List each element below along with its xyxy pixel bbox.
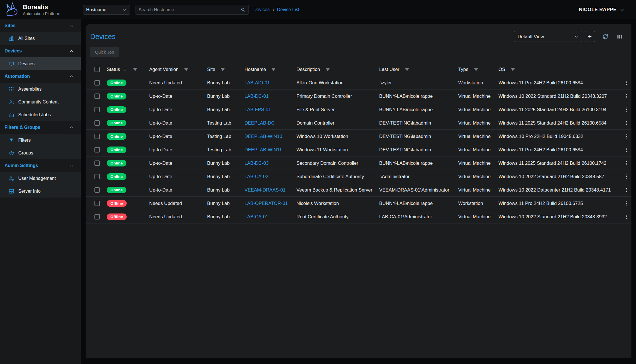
filter-icon[interactable] — [325, 67, 330, 72]
os-cell: Windows 10 Pro 22H2 Build 19045.6332 — [498, 134, 622, 139]
column-header-site[interactable]: Site — [207, 67, 245, 72]
filter-icon[interactable] — [133, 67, 138, 72]
sidebar-section-admin-settings[interactable]: Admin Settings — [0, 159, 81, 172]
user-menu[interactable]: NICOLE RAPPE — [579, 7, 625, 13]
row-menu-button[interactable] — [624, 120, 630, 126]
sidebar-item-devices[interactable]: Devices — [0, 57, 81, 70]
sidebar-item-assemblies[interactable]: Assemblies — [0, 83, 81, 95]
row-menu-button[interactable] — [624, 160, 630, 166]
site-cell: Testing Lab — [207, 134, 245, 139]
sidebar-item-community-content[interactable]: Community Content — [0, 95, 81, 108]
sidebar-item-filters[interactable]: Filters — [0, 134, 81, 147]
hostname-link[interactable]: LAB-DC-03 — [245, 160, 268, 166]
status-badge: Online — [107, 173, 126, 180]
hostname-link[interactable]: LAB-CA-01 — [245, 214, 268, 219]
row-checkbox[interactable] — [94, 160, 100, 166]
search-icon[interactable] — [241, 7, 246, 12]
view-dropdown[interactable]: Default View — [514, 31, 582, 42]
row-checkbox[interactable] — [94, 214, 100, 219]
sidebar-item-all-sites[interactable]: All Sites — [0, 32, 81, 45]
hostname-link[interactable]: LAB-CA-02 — [245, 174, 268, 179]
hostname-link[interactable]: VEEAM-DRAAS-01 — [245, 187, 286, 192]
refresh-icon[interactable] — [602, 33, 609, 40]
row-menu-button[interactable] — [624, 133, 630, 139]
site-cell: Bunny Lab — [207, 187, 245, 193]
table-row: OnlineUp-to-DateTesting LabDEEPLAB-WIN11… — [86, 143, 631, 156]
sidebar-section-automation[interactable]: Automation — [0, 70, 81, 83]
search-input[interactable] — [139, 7, 241, 12]
filter-icon[interactable] — [184, 67, 189, 72]
table-row: OnlineNeeds UpdatedBunny LabLAB-AIO-01Al… — [86, 76, 631, 90]
section-label: Sites — [5, 23, 15, 28]
search-field-dropdown[interactable]: Hostname — [83, 5, 130, 15]
filter-icon[interactable] — [510, 67, 515, 72]
columns-icon[interactable] — [616, 33, 623, 40]
filter-icon[interactable] — [271, 67, 276, 72]
column-label: OS — [498, 67, 505, 72]
column-header-agent-version[interactable]: Agent Version — [149, 67, 207, 72]
row-checkbox[interactable] — [94, 134, 100, 139]
row-menu-button[interactable] — [624, 214, 630, 220]
add-view-button[interactable]: + — [585, 31, 595, 42]
chevron-down-icon — [122, 7, 127, 12]
quick-job-button[interactable]: Quick Job — [90, 47, 119, 57]
description-cell: Domain Controller — [296, 120, 379, 126]
breadcrumb-device-list[interactable]: Device List — [277, 7, 299, 12]
os-cell: Windows 11 2025 Standard 24H2 Build 2610… — [498, 107, 622, 112]
filter-icon[interactable] — [474, 67, 478, 72]
hostname-link[interactable]: DEEPLAB-WIN11 — [245, 147, 282, 152]
status-badge: Online — [107, 120, 126, 126]
column-header-hostname[interactable]: Hostname — [245, 67, 296, 72]
row-checkbox[interactable] — [94, 187, 100, 193]
row-checkbox[interactable] — [94, 201, 100, 206]
app-logo-area: Borealis Automation Platform — [0, 1, 81, 18]
row-checkbox[interactable] — [94, 93, 100, 99]
row-checkbox[interactable] — [94, 107, 100, 112]
sidebar-item-groups[interactable]: Groups — [0, 147, 81, 159]
site-cell: Bunny Lab — [207, 107, 245, 112]
row-checkbox[interactable] — [94, 174, 100, 179]
type-cell: Virtual Machine — [458, 147, 498, 152]
sidebar-section-sites[interactable]: Sites — [0, 19, 81, 32]
site-cell: Bunny Lab — [207, 214, 245, 219]
site-cell: Testing Lab — [207, 120, 245, 126]
column-header-status[interactable]: Status — [107, 67, 149, 72]
last-user-cell: DEV-TESTING\labadmin — [379, 147, 458, 152]
row-menu-button[interactable] — [624, 187, 630, 193]
last-user-cell: .\zyler — [379, 80, 458, 86]
column-header-type[interactable]: Type — [458, 67, 498, 72]
search-field-dropdown-value: Hostname — [86, 7, 106, 12]
sidebar-section-devices[interactable]: Devices — [0, 45, 81, 57]
filter-icon[interactable] — [220, 67, 225, 72]
sidebar-item-label: Filters — [18, 138, 31, 143]
row-menu-button[interactable] — [624, 200, 630, 206]
row-menu-button[interactable] — [624, 80, 630, 86]
hostname-link[interactable]: LAB-AIO-01 — [245, 80, 270, 85]
hostname-link[interactable]: LAB-DC-01 — [245, 93, 268, 99]
column-header-description[interactable]: Description — [296, 67, 379, 72]
search-box — [136, 5, 249, 15]
hostname-link[interactable]: LAB-OPERATOR-01 — [245, 201, 288, 206]
row-menu-button[interactable] — [624, 107, 630, 113]
site-cell: Bunny Lab — [207, 174, 245, 179]
select-all-checkbox[interactable] — [94, 67, 100, 72]
row-menu-button[interactable] — [624, 174, 630, 180]
row-menu-button[interactable] — [624, 147, 630, 153]
sidebar-section-filters-groups[interactable]: Filters & Groups — [0, 121, 81, 134]
sidebar-item-user-management[interactable]: User Management — [0, 172, 81, 185]
row-checkbox[interactable] — [94, 147, 100, 152]
breadcrumb-devices[interactable]: Devices — [253, 7, 270, 12]
hostname-link[interactable]: LAB-FPS-01 — [245, 107, 271, 112]
row-menu-button[interactable] — [624, 93, 630, 99]
filter-icon[interactable] — [405, 67, 409, 72]
user-management-icon — [9, 176, 14, 181]
sidebar-item-scheduled-jobs[interactable]: Scheduled Jobs — [0, 108, 81, 121]
row-checkbox[interactable] — [94, 120, 100, 126]
row-checkbox[interactable] — [94, 80, 100, 86]
sidebar-item-server-info[interactable]: Server Info — [0, 185, 81, 198]
hostname-link[interactable]: DEEPLAB-WIN10 — [245, 134, 282, 139]
column-header-os[interactable]: OS — [498, 67, 622, 72]
hostname-link[interactable]: DEEPLAB-DC — [245, 120, 274, 125]
column-header-last-user[interactable]: Last User — [379, 67, 458, 72]
status-badge: Online — [107, 187, 126, 193]
